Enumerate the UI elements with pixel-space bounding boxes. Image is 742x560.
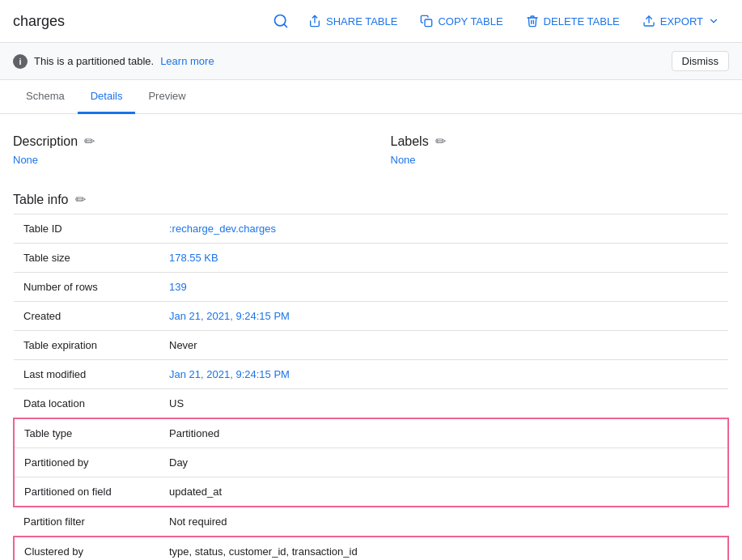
row-label: Table ID: [14, 214, 159, 244]
export-icon: [642, 15, 655, 28]
share-table-button[interactable]: SHARE TABLE: [299, 10, 407, 32]
labels-section: Labels ✏ None: [391, 134, 730, 166]
row-value: Never: [159, 331, 728, 360]
header: charges SHARE TABLE COPY TABLE: [0, 0, 742, 43]
row-label: Partition filter: [14, 507, 159, 537]
row-value: 139: [159, 273, 728, 302]
description-header: Description ✏: [13, 134, 352, 149]
description-section: Description ✏ None: [13, 134, 352, 166]
export-label: EXPORT: [660, 15, 703, 28]
main-content: Description ✏ None Labels ✏ None Table i…: [0, 114, 742, 560]
labels-title: Labels: [391, 134, 429, 149]
table-row: Data location US: [14, 389, 728, 419]
description-value: None: [13, 154, 352, 166]
description-edit-icon[interactable]: ✏: [84, 134, 95, 149]
delete-table-label: DELETE TABLE: [544, 15, 620, 28]
table-info-edit-icon[interactable]: ✏: [75, 192, 86, 207]
copy-icon: [420, 15, 433, 28]
tab-preview[interactable]: Preview: [135, 80, 198, 114]
partitioned-on-field-row: Partitioned on field updated_at: [14, 477, 728, 507]
row-label: Data location: [14, 389, 159, 419]
labels-header: Labels ✏: [391, 134, 730, 149]
search-icon: [273, 13, 289, 29]
description-title: Description: [13, 134, 78, 149]
row-value: Jan 21, 2021, 9:24:15 PM: [159, 302, 728, 331]
row-value: Jan 21, 2021, 9:24:15 PM: [159, 360, 728, 389]
dismiss-button[interactable]: Dismiss: [672, 51, 730, 71]
row-value: Not required: [159, 507, 728, 537]
clustered-by-row: Clustered by type, status, customer_id, …: [14, 537, 728, 560]
chevron-down-icon: [708, 15, 719, 27]
table-row: Number of rows 139: [14, 273, 728, 302]
search-button[interactable]: [266, 6, 295, 36]
partition-type-row: Table type Partitioned: [14, 418, 728, 448]
share-icon: [308, 15, 321, 28]
partitioned-by-row: Partitioned by Day: [14, 448, 728, 477]
table-row: Created Jan 21, 2021, 9:24:15 PM: [14, 302, 728, 331]
copy-table-label: COPY TABLE: [438, 15, 502, 28]
row-label: Partitioned by: [14, 448, 159, 477]
labels-edit-icon[interactable]: ✏: [435, 134, 446, 149]
table-row: Table expiration Never: [14, 331, 728, 360]
table-row: Last modified Jan 21, 2021, 9:24:15 PM: [14, 360, 728, 389]
table-row: Partition filter Not required: [14, 507, 728, 537]
row-value: Day: [159, 448, 728, 477]
svg-rect-3: [425, 19, 432, 27]
banner-text: This is a partitioned table.: [34, 55, 154, 67]
row-label: Created: [14, 302, 159, 331]
table-info-table: Table ID :recharge_dev.charges Table siz…: [13, 214, 729, 560]
table-info-header: Table info ✏: [13, 192, 729, 207]
share-table-label: SHARE TABLE: [326, 15, 397, 28]
tab-schema[interactable]: Schema: [13, 80, 78, 114]
row-value: Partitioned: [159, 418, 728, 448]
partition-banner: i This is a partitioned table. Learn mor…: [0, 43, 742, 80]
table-row: Table size 178.55 KB: [14, 244, 728, 273]
row-label: Table size: [14, 244, 159, 273]
row-label: Number of rows: [14, 273, 159, 302]
export-button[interactable]: EXPORT: [633, 10, 729, 32]
info-icon: i: [13, 54, 28, 69]
row-value: 178.55 KB: [159, 244, 728, 273]
row-label: Table expiration: [14, 331, 159, 360]
description-labels-row: Description ✏ None Labels ✏ None: [13, 134, 729, 166]
row-value: type, status, customer_id, transaction_i…: [159, 537, 728, 560]
row-value: :recharge_dev.charges: [159, 214, 728, 244]
svg-line-1: [284, 24, 287, 28]
row-value: US: [159, 389, 728, 419]
tab-details[interactable]: Details: [78, 80, 136, 114]
row-label: Clustered by: [14, 537, 159, 560]
table-info-title: Table info: [13, 193, 69, 207]
delete-icon: [526, 15, 539, 28]
row-label: Partitioned on field: [14, 477, 159, 507]
delete-table-button[interactable]: DELETE TABLE: [516, 10, 630, 32]
row-label: Table type: [14, 418, 159, 448]
labels-value: None: [391, 154, 730, 166]
page-title: charges: [13, 13, 65, 30]
header-actions: SHARE TABLE COPY TABLE DELETE TABLE: [266, 6, 729, 36]
row-label: Last modified: [14, 360, 159, 389]
copy-table-button[interactable]: COPY TABLE: [410, 10, 512, 32]
tab-bar: Schema Details Preview: [0, 80, 742, 114]
table-row: Table ID :recharge_dev.charges: [14, 214, 728, 244]
row-value: updated_at: [159, 477, 728, 507]
learn-more-link[interactable]: Learn more: [160, 55, 214, 67]
